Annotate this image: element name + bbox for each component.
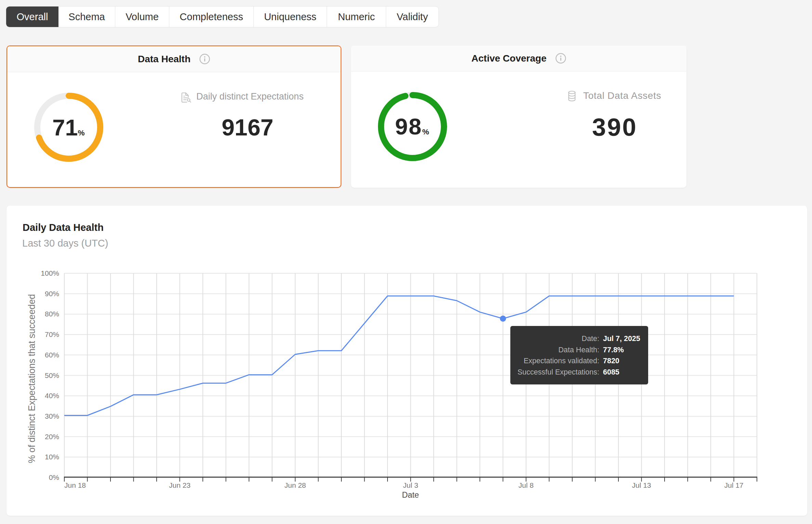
svg-text:40%: 40% [45,392,59,399]
svg-text:70%: 70% [45,330,59,338]
svg-text:30%: 30% [45,412,59,420]
svg-text:% of distinct Expectations tha: % of distinct Expectations that succeede… [27,294,37,463]
svg-text:0%: 0% [49,473,59,481]
svg-text:20%: 20% [45,433,59,441]
svg-text:Jun 23: Jun 23 [169,481,191,489]
svg-text:Jul 3: Jul 3 [403,481,418,489]
svg-text:Jul 8: Jul 8 [519,481,534,489]
svg-text:60%: 60% [45,351,59,359]
svg-text:Jun 28: Jun 28 [284,481,306,489]
svg-text:Date: Date [402,490,419,499]
svg-text:80%: 80% [45,310,59,318]
svg-text:10%: 10% [45,453,59,461]
svg-text:Jun 18: Jun 18 [64,481,86,489]
svg-text:90%: 90% [45,290,59,298]
svg-text:100%: 100% [41,269,59,277]
svg-text:Jul 13: Jul 13 [632,481,651,489]
svg-text:50%: 50% [45,371,59,379]
svg-text:Jul 17: Jul 17 [724,481,743,489]
